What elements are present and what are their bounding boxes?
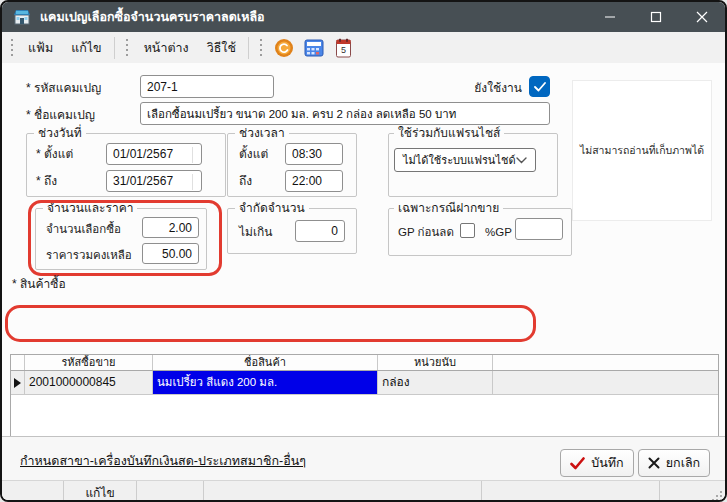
- toolbar-separator: [114, 37, 115, 59]
- toolbar-separator: [248, 37, 249, 59]
- status-segment: [204, 481, 482, 502]
- gp-pct-label: %GP: [485, 221, 512, 243]
- date-range-legend: ช่วงวันที่: [34, 126, 86, 140]
- svg-text:5: 5: [341, 45, 346, 55]
- limit-legend: จำกัดจำนวน: [235, 201, 309, 215]
- gp-pct-input[interactable]: [515, 218, 563, 240]
- annotation-highlight-row: [5, 305, 536, 342]
- status-segment: [2, 481, 64, 502]
- title-bar: แคมเปญเลือกซื้อจำนวนครบราคาลดเหลือ: [2, 2, 725, 32]
- time-from-label: ตั้งแต่: [239, 143, 268, 165]
- calendar-icon[interactable]: 5: [331, 36, 357, 60]
- consignment-legend: เฉพาะกรณีฝากขาย: [394, 201, 503, 215]
- menu-window[interactable]: หน้าต่าง: [135, 34, 198, 62]
- date-picker-divider: [192, 147, 193, 163]
- time-to-label: ถึง: [239, 170, 252, 192]
- status-bar: แก้ไข: [2, 480, 725, 502]
- date-from-input[interactable]: [106, 143, 202, 165]
- status-mode: แก้ไข: [64, 481, 137, 502]
- row-marker-icon: [14, 378, 21, 388]
- cancel-x-icon: [648, 457, 660, 469]
- price-input[interactable]: [142, 243, 199, 264]
- franchise-selected-value: ไม่ได้ใช้ระบบแฟรนไชด์: [403, 151, 516, 169]
- store-app-icon: [13, 8, 31, 26]
- save-check-icon: [570, 457, 585, 470]
- time-range-legend: ช่วงเวลา: [235, 126, 289, 140]
- cell-unit: กล่อง: [378, 371, 493, 394]
- row-selector-cell: [11, 371, 25, 394]
- qty-price-legend: จำนวนและราคา: [43, 201, 137, 215]
- gp-label: GP ก่อนลด: [398, 221, 454, 243]
- time-from-input[interactable]: [285, 143, 343, 165]
- form-panel: * รหัสแคมเปญ ยังใช้งาน ไม่สามารถอ่านที่เ…: [2, 63, 725, 436]
- selector-column-header: [11, 355, 25, 370]
- close-button[interactable]: [679, 2, 725, 32]
- menu-help[interactable]: วิธีใช้: [198, 34, 245, 62]
- campaign-code-label: * รหัสแคมเปญ: [26, 77, 101, 99]
- minimize-button[interactable]: [587, 2, 633, 32]
- date-from-label: * ตั้งแต่: [36, 143, 73, 165]
- image-placeholder-text: ไม่สามารถอ่านที่เก็บภาพได้: [580, 142, 704, 159]
- save-button[interactable]: บันทึก: [560, 449, 634, 477]
- toolbar-grip[interactable]: [9, 39, 14, 57]
- table-row[interactable]: 2001000000845 นมเปรี้ยว สีแดง 200 มล. กล…: [11, 371, 718, 395]
- app-window: แคมเปญเลือกซื้อจำนวนครบราคาลดเหลือ แฟ้ม …: [0, 0, 727, 502]
- cancel-button[interactable]: ยกเลิก: [638, 449, 710, 477]
- maximize-button[interactable]: [633, 2, 679, 32]
- check-icon: [534, 82, 546, 92]
- qty-input[interactable]: [142, 217, 199, 238]
- chevron-down-icon: [516, 157, 527, 164]
- window-title: แคมเปญเลือกซื้อจำนวนครบราคาลดเหลือ: [40, 7, 265, 27]
- column-header-unit: หน่วยนับ: [378, 355, 493, 370]
- column-header-filler: [493, 355, 718, 370]
- status-segment: [482, 481, 660, 502]
- active-label: ยังใช้งาน: [442, 77, 522, 99]
- toolbar-grip[interactable]: [125, 39, 130, 57]
- gp-checkbox[interactable]: [460, 223, 475, 238]
- promotion-coin-icon[interactable]: [271, 36, 297, 60]
- toolbar-grip[interactable]: [259, 39, 264, 57]
- calculator-icon[interactable]: [301, 36, 327, 60]
- menu-toolbar: แฟ้ม แก้ไข หน้าต่าง วิธีใช้: [2, 32, 725, 64]
- time-to-input[interactable]: [285, 170, 343, 192]
- price-label: ราคารวมคงเหลือ: [46, 244, 132, 266]
- column-header-code: รหัสซื้อขาย: [25, 355, 153, 370]
- resize-grip[interactable]: [712, 491, 722, 501]
- active-checkbox[interactable]: [529, 76, 550, 97]
- cancel-button-label: ยกเลิก: [666, 453, 700, 473]
- cell-filler: [493, 371, 718, 394]
- products-label: * สินค้าซื้อ: [12, 273, 66, 295]
- status-segment: [137, 481, 204, 502]
- campaign-name-input[interactable]: [140, 102, 550, 125]
- branch-settings-link[interactable]: กำหนดสาขา-เครื่องบันทึกเงินสด-ประเภทสมาช…: [20, 451, 306, 471]
- menu-edit[interactable]: แก้ไข: [62, 34, 110, 62]
- save-button-label: บันทึก: [591, 453, 623, 473]
- cell-name: นมเปรี้ยว สีแดง 200 มล.: [153, 371, 378, 394]
- footer-panel: กำหนดสาขา-เครื่องบันทึกเงินสด-ประเภทสมาช…: [2, 436, 725, 481]
- date-to-input[interactable]: [106, 170, 202, 192]
- limit-input[interactable]: [295, 220, 345, 242]
- cell-code: 2001000000845: [25, 371, 153, 394]
- campaign-image-box[interactable]: ไม่สามารถอ่านที่เก็บภาพได้: [572, 80, 712, 221]
- products-table-header: รหัสซื้อขาย ชื่อสินค้า หน่วยนับ: [11, 355, 718, 371]
- date-to-label: * ถึง: [36, 170, 57, 192]
- limit-label: ไม่เกิน: [239, 221, 273, 243]
- campaign-code-input[interactable]: [140, 75, 274, 98]
- column-header-name: ชื่อสินค้า: [153, 355, 378, 370]
- campaign-name-label: * ชื่อแคมเปญ: [26, 104, 95, 126]
- franchise-legend: ใช้ร่วมกับแฟรนไชส์: [394, 126, 504, 140]
- menu-file[interactable]: แฟ้ม: [19, 34, 62, 62]
- qty-label: จำนวนเลือกซื้อ: [46, 218, 121, 240]
- date-picker-divider: [192, 174, 193, 190]
- franchise-select[interactable]: ไม่ได้ใช้ระบบแฟรนไชด์: [394, 148, 536, 172]
